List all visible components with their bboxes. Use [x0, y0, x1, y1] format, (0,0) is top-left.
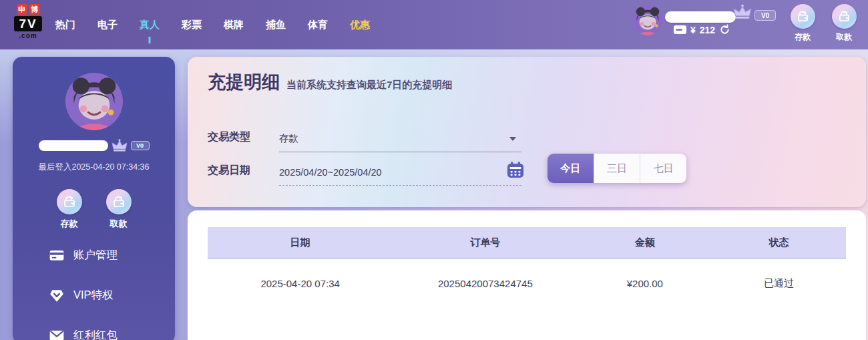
sidebar-vip-level-badge: V0	[131, 141, 150, 150]
menu-label: 红利红包	[73, 328, 118, 340]
vip-level-badge: V0	[754, 10, 776, 21]
logo-tld: .com	[9, 32, 47, 39]
menu-label: 账户管理	[73, 248, 118, 263]
sidebar-item-account-management[interactable]: 账户管理	[49, 247, 175, 263]
sidebar-deposit-label: 存款	[53, 218, 85, 230]
wallet-icon	[674, 25, 686, 34]
range-button-today[interactable]: 今日	[548, 154, 594, 183]
user-avatar[interactable]	[632, 5, 663, 35]
vip-crown-icon	[732, 4, 752, 20]
range-button-three-days[interactable]: 三日	[594, 154, 640, 183]
last-login-text: 最后登入2025-04-20 07:34:36	[13, 162, 175, 173]
filter-panel: 充提明细 当前系统支持查询最近7日的充提明细 交易类型 存款 交易日期 2025…	[188, 57, 866, 207]
top-navigation-bar: 申 博 7V .com 热门 电子 真人 彩票 棋牌 捕鱼 体育 优惠 V0 ¥…	[0, 0, 868, 49]
sidebar-item-vip-privileges[interactable]: VIP特权	[49, 287, 175, 303]
sidebar-user-avatar[interactable]	[65, 73, 123, 130]
red-packet-envelope-icon	[49, 327, 65, 340]
nav-item-cards[interactable]: 棋牌	[224, 19, 244, 31]
balance-amount: 212	[700, 25, 715, 35]
cell-amount: ¥200.00	[578, 278, 712, 289]
sidebar-user-row: V0	[13, 139, 175, 152]
deposit-icon	[791, 4, 815, 29]
logo-badge-left: 申	[17, 4, 27, 15]
col-header-order-no: 订单号	[393, 236, 578, 249]
sidebar-username-redacted	[39, 140, 108, 151]
sidebar-item-red-packet[interactable]: 红利红包	[49, 327, 175, 340]
sidebar-withdraw-button[interactable]: 取款	[103, 189, 135, 230]
withdraw-label: 取款	[829, 31, 859, 43]
col-header-date: 日期	[208, 236, 393, 249]
nav-item-lottery[interactable]: 彩票	[182, 19, 202, 31]
page-header: 充提明细 当前系统支持查询最近7日的充提明细	[208, 70, 452, 94]
sidebar-deposit-button[interactable]: 存款	[53, 189, 85, 230]
nav-item-sports[interactable]: 体育	[308, 19, 328, 31]
balance-currency: ¥	[690, 25, 696, 35]
logo-badge-right: 博	[29, 4, 40, 15]
transaction-type-label: 交易类型	[208, 130, 250, 144]
cell-order-no: 20250420073424745	[393, 278, 578, 289]
nav-item-promotions[interactable]: 优惠	[350, 19, 370, 31]
col-header-amount: 金额	[578, 236, 712, 249]
calendar-icon[interactable]	[506, 160, 525, 179]
cell-date: 2025-04-20 07:34	[208, 278, 393, 289]
refresh-balance-icon[interactable]	[719, 24, 730, 35]
bank-card-icon	[49, 247, 65, 263]
sidebar-menu: 账户管理 VIP特权 红利红包	[13, 247, 175, 340]
page-title: 充提明细	[208, 70, 280, 94]
balance-row: ¥ 212	[674, 24, 730, 35]
transaction-type-value: 存款	[279, 132, 298, 145]
deposit-button[interactable]: 存款	[788, 4, 817, 43]
withdraw-icon	[832, 4, 857, 29]
page-subtitle: 当前系统支持查询最近7日的充提明细	[286, 79, 452, 94]
top-quick-actions: 存款 取款	[788, 4, 859, 43]
sidebar-withdraw-label: 取款	[103, 218, 135, 230]
table-header-row: 日期 订单号 金额 状态	[208, 227, 846, 259]
page: 申 博 7V .com 热门 电子 真人 彩票 棋牌 捕鱼 体育 优惠 V0 ¥…	[0, 0, 868, 340]
sidebar-quick-actions: 存款 取款	[13, 189, 175, 230]
withdraw-button[interactable]: 取款	[829, 4, 859, 43]
username-redacted	[665, 11, 736, 23]
chevron-down-icon	[509, 137, 516, 141]
table-row: 2025-04-20 07:34 20250420073424745 ¥200.…	[208, 259, 846, 307]
records-table: 日期 订单号 金额 状态 2025-04-20 07:34 2025042007…	[208, 227, 846, 307]
range-button-seven-days[interactable]: 七日	[640, 154, 686, 183]
nav-item-hot[interactable]: 热门	[55, 19, 75, 31]
nav-item-live[interactable]: 真人	[140, 19, 160, 31]
transaction-date-label: 交易日期	[208, 164, 250, 178]
deposit-label: 存款	[788, 31, 817, 43]
sidebar-withdraw-icon	[106, 189, 132, 214]
vip-gem-icon	[49, 287, 65, 303]
transaction-type-select[interactable]: 存款	[279, 126, 521, 152]
nav-item-fishing[interactable]: 捕鱼	[266, 19, 286, 31]
main-nav: 热门 电子 真人 彩票 棋牌 捕鱼 体育 优惠	[55, 0, 370, 49]
transaction-date-range-field[interactable]: 2025/04/20~2025/04/20	[279, 159, 521, 186]
col-header-status: 状态	[712, 236, 846, 249]
records-panel: 日期 订单号 金额 状态 2025-04-20 07:34 2025042007…	[188, 210, 866, 340]
date-range-button-group: 今日 三日 七日	[548, 154, 686, 183]
cell-status: 已通过	[712, 277, 846, 290]
sidebar-deposit-icon	[57, 189, 82, 214]
transaction-date-value: 2025/04/20~2025/04/20	[279, 167, 382, 178]
logo-badges-icon: 申 博	[9, 4, 47, 15]
sidebar-vip-crown-icon	[111, 139, 128, 152]
nav-item-slots[interactable]: 电子	[97, 19, 118, 31]
sidebar: V0 最后登入2025-04-20 07:34:36 存款 取款	[13, 57, 175, 340]
logo-name: 7V	[14, 16, 42, 31]
menu-label: VIP特权	[73, 288, 114, 303]
site-logo[interactable]: 申 博 7V .com	[9, 4, 47, 39]
